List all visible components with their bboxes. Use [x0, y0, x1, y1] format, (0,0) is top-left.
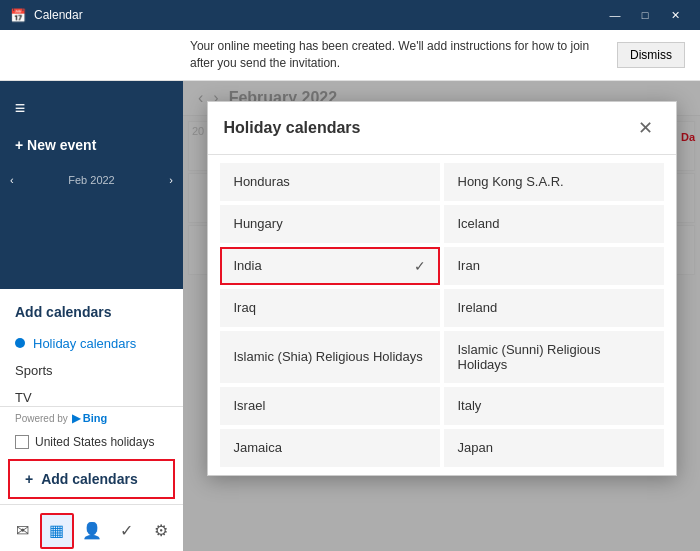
tasks-nav-button[interactable]: ✓ — [109, 513, 144, 549]
people-icon: 👤 — [82, 521, 102, 540]
add-cal-plus-icon: + — [25, 471, 33, 487]
us-holidays-checkbox — [15, 435, 29, 449]
country-name-jamaica: Jamaica — [234, 440, 282, 455]
country-item-iran[interactable]: Iran — [444, 247, 664, 285]
content-area: ‹ › February 2022 20 21 22 23 24 25 26 — [183, 81, 700, 551]
modal-overlay: Holiday calendars ✕ Honduras Hong Kong S… — [183, 81, 700, 551]
powered-by-text: Powered by — [15, 413, 68, 424]
modal-title: Holiday calendars — [224, 119, 361, 137]
country-item-iraq[interactable]: Iraq — [220, 289, 440, 327]
country-item-india[interactable]: India ✓ — [220, 247, 440, 285]
country-name-islamic-shia: Islamic (Shia) Religious Holidays — [234, 349, 423, 364]
country-name-italy: Italy — [458, 398, 482, 413]
settings-nav-button[interactable]: ⚙ — [143, 513, 178, 549]
notification-bar: Your online meeting has been created. We… — [0, 30, 700, 81]
hamburger-button[interactable]: ≡ — [0, 89, 40, 129]
country-item-hongkong[interactable]: Hong Kong S.A.R. — [444, 163, 664, 201]
tasks-icon: ✓ — [120, 521, 133, 540]
add-calendars-btn-label: Add calendars — [41, 471, 137, 487]
holiday-calendars-modal: Holiday calendars ✕ Honduras Hong Kong S… — [207, 101, 677, 476]
new-event-button[interactable]: + New event — [0, 129, 183, 161]
close-button[interactable]: ✕ — [660, 0, 690, 30]
main-layout: ≡ + New event ‹ Feb 2022 › Add calendars… — [0, 81, 700, 551]
modal-close-button[interactable]: ✕ — [632, 114, 660, 142]
sidebar-item-holiday-calendars[interactable]: Holiday calendars — [0, 330, 183, 357]
calendar-app-icon: 📅 — [10, 8, 26, 23]
modal-body[interactable]: Honduras Hong Kong S.A.R. Hungary Icelan… — [208, 155, 676, 475]
country-name-iraq: Iraq — [234, 300, 256, 315]
country-name-hungary: Hungary — [234, 216, 283, 231]
window-controls: — □ ✕ — [600, 0, 690, 30]
country-name-israel: Israel — [234, 398, 266, 413]
sidebar-item-sports[interactable]: Sports — [0, 357, 183, 384]
sports-label: Sports — [15, 363, 53, 378]
country-item-jamaica[interactable]: Jamaica — [220, 429, 440, 467]
country-name-ireland: Ireland — [458, 300, 498, 315]
bottom-nav: ✉ ▦ 👤 ✓ ⚙ — [0, 504, 183, 551]
calendar-icon: ▦ — [49, 521, 64, 540]
maximize-button[interactable]: □ — [630, 0, 660, 30]
mini-cal-prev[interactable]: ‹ — [10, 174, 14, 186]
people-nav-button[interactable]: 👤 — [74, 513, 109, 549]
mail-icon: ✉ — [16, 521, 29, 540]
country-name-hongkong: Hong Kong S.A.R. — [458, 174, 564, 189]
country-name-india: India — [234, 258, 262, 273]
country-name-islamic-sunni: Islamic (Sunni) Religious Holidays — [458, 342, 650, 372]
mini-calendar: ‹ Feb 2022 › — [0, 169, 183, 289]
notification-message: Your online meeting has been created. We… — [190, 38, 602, 72]
country-item-japan[interactable]: Japan — [444, 429, 664, 467]
powered-by: Powered by ▶ Bing — [0, 407, 183, 430]
country-item-ireland[interactable]: Ireland — [444, 289, 664, 327]
country-name-iran: Iran — [458, 258, 480, 273]
country-item-honduras[interactable]: Honduras — [220, 163, 440, 201]
us-holidays-item[interactable]: United States holidays — [0, 430, 183, 454]
holiday-dot — [15, 338, 25, 348]
add-calendars-section: Add calendars Holiday calendars Sports T… — [0, 289, 183, 406]
mini-cal-nav: ‹ Feb 2022 › — [0, 169, 183, 191]
sidebar-bottom: Powered by ▶ Bing United States holidays… — [0, 406, 183, 551]
sidebar: ≡ + New event ‹ Feb 2022 › Add calendars… — [0, 81, 183, 551]
title-bar: 📅 Calendar — □ ✕ — [0, 0, 700, 30]
country-item-islamic-shia[interactable]: Islamic (Shia) Religious Holidays — [220, 331, 440, 383]
modal-header: Holiday calendars ✕ — [208, 102, 676, 155]
title-bar-left: 📅 Calendar — [10, 8, 83, 23]
mini-cal-next[interactable]: › — [169, 174, 173, 186]
mail-nav-button[interactable]: ✉ — [5, 513, 40, 549]
country-item-islamic-sunni[interactable]: Islamic (Sunni) Religious Holidays — [444, 331, 664, 383]
add-calendars-title: Add calendars — [0, 299, 183, 330]
minimize-button[interactable]: — — [600, 0, 630, 30]
country-grid: Honduras Hong Kong S.A.R. Hungary Icelan… — [220, 163, 664, 467]
sidebar-item-tv[interactable]: TV — [0, 384, 183, 406]
country-item-iceland[interactable]: Iceland — [444, 205, 664, 243]
mini-cal-month: Feb 2022 — [68, 174, 114, 186]
calendar-nav-button[interactable]: ▦ — [40, 513, 75, 549]
country-item-israel[interactable]: Israel — [220, 387, 440, 425]
us-holidays-label: United States holidays — [35, 435, 154, 449]
dismiss-button[interactable]: Dismiss — [617, 42, 685, 68]
india-checkmark-icon: ✓ — [414, 258, 426, 274]
country-name-japan: Japan — [458, 440, 493, 455]
country-item-italy[interactable]: Italy — [444, 387, 664, 425]
holiday-calendars-label: Holiday calendars — [33, 336, 136, 351]
country-name-iceland: Iceland — [458, 216, 500, 231]
tv-label: TV — [15, 390, 32, 405]
country-item-hungary[interactable]: Hungary — [220, 205, 440, 243]
bing-logo: ▶ Bing — [72, 412, 108, 425]
app-title: Calendar — [34, 8, 83, 22]
add-calendars-button[interactable]: + Add calendars — [8, 459, 175, 499]
country-name-honduras: Honduras — [234, 174, 290, 189]
sidebar-top: ≡ + New event — [0, 81, 183, 169]
settings-icon: ⚙ — [154, 521, 168, 540]
